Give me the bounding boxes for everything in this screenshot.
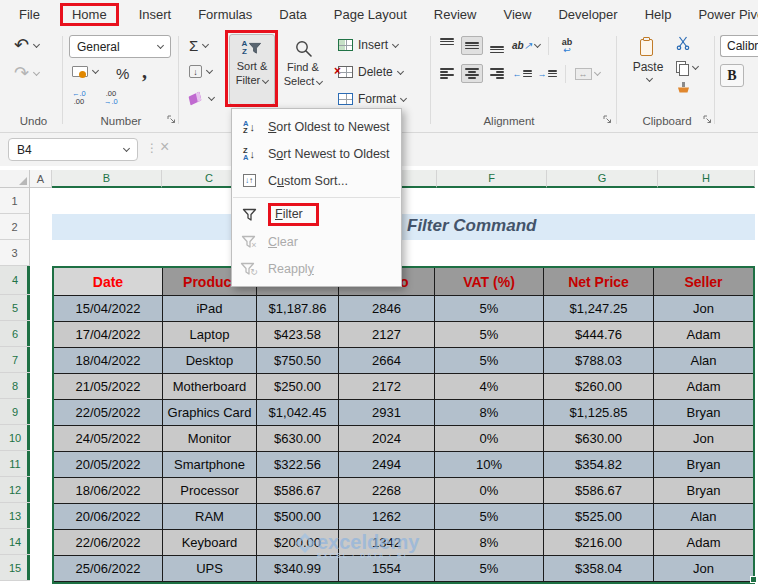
table-cell[interactable]: 1554 xyxy=(339,556,435,582)
table-cell[interactable]: Monitor xyxy=(163,426,257,452)
menu-item-sort-oldest-to-newest[interactable]: AZ↓Sort Oldest to Newest xyxy=(232,113,401,140)
row-header-7[interactable]: 7 xyxy=(0,347,30,373)
fill-handle[interactable] xyxy=(750,576,757,583)
table-cell[interactable]: $250.00 xyxy=(257,374,339,400)
table-cell[interactable]: RAM xyxy=(163,504,257,530)
table-cell[interactable]: 2172 xyxy=(339,374,435,400)
row-header-3[interactable]: 3 xyxy=(0,240,30,266)
row-header-5[interactable]: 5 xyxy=(0,295,30,321)
copy-button[interactable] xyxy=(676,61,698,74)
table-cell[interactable]: 15/04/2022 xyxy=(54,296,163,322)
table-cell[interactable]: 18/04/2022 xyxy=(54,348,163,374)
table-cell[interactable]: Adam xyxy=(654,322,753,348)
table-cell[interactable]: 22/06/2022 xyxy=(54,530,163,556)
table-cell[interactable]: $1,247.25 xyxy=(544,296,654,322)
table-cell[interactable]: $216.00 xyxy=(544,530,654,556)
tab-data[interactable]: Data xyxy=(272,4,313,25)
table-cell[interactable]: 5% xyxy=(435,296,544,322)
autosum-button[interactable]: Σ xyxy=(189,37,208,54)
row-header-11[interactable]: 11 xyxy=(0,451,30,477)
table-cell[interactable]: 18/06/2022 xyxy=(54,478,163,504)
table-cell[interactable]: $423.58 xyxy=(257,322,339,348)
table-cell[interactable]: Bryan xyxy=(654,400,753,426)
comma-style-button[interactable]: , xyxy=(142,66,147,76)
table-cell[interactable]: Adam xyxy=(654,530,753,556)
table-cell[interactable]: iPad xyxy=(163,296,257,322)
table-cell[interactable]: $586.67 xyxy=(544,478,654,504)
undo-button[interactable]: ↶ xyxy=(14,36,39,54)
table-cell[interactable]: 17/04/2022 xyxy=(54,322,163,348)
table-cell[interactable]: $322.56 xyxy=(257,452,339,478)
table-cell[interactable]: 8% xyxy=(435,400,544,426)
table-cell[interactable]: Laptop xyxy=(163,322,257,348)
table-cell[interactable]: 5% xyxy=(435,556,544,582)
table-cell[interactable]: 25/06/2022 xyxy=(54,556,163,582)
table-cell[interactable]: Smartphone xyxy=(163,452,257,478)
table-cell[interactable]: Processor xyxy=(163,478,257,504)
wrap-text-button[interactable]: ab↩ xyxy=(556,36,578,55)
tab-developer[interactable]: Developer xyxy=(551,4,624,25)
clear-button[interactable] xyxy=(189,94,214,103)
table-cell[interactable]: $444.76 xyxy=(544,322,654,348)
table-cell[interactable]: 2494 xyxy=(339,452,435,478)
redo-button[interactable]: ↷ xyxy=(14,64,39,82)
table-cell[interactable]: 2024 xyxy=(339,426,435,452)
table-cell[interactable]: 2664 xyxy=(339,348,435,374)
tab-file[interactable]: File xyxy=(12,4,47,25)
table-cell[interactable]: $260.00 xyxy=(544,374,654,400)
table-cell[interactable]: 2127 xyxy=(339,322,435,348)
table-cell[interactable]: $586.67 xyxy=(257,478,339,504)
formula-bar-handle[interactable]: ⋮ xyxy=(146,141,158,155)
menu-item-filter[interactable]: Filter xyxy=(232,201,401,228)
table-cell[interactable]: $1,042.45 xyxy=(257,400,339,426)
table-cell[interactable]: Jon xyxy=(654,556,753,582)
row-header-14[interactable]: 14 xyxy=(0,529,30,555)
row-header-13[interactable]: 13 xyxy=(0,503,30,529)
number-dialog-launcher-icon[interactable] xyxy=(167,113,176,127)
table-cell[interactable]: 20/05/2022 xyxy=(54,452,163,478)
sort-and-filter-button[interactable]: AZ Sort & Filter xyxy=(229,34,275,105)
merge-center-button[interactable]: ↔ xyxy=(573,64,601,83)
name-box[interactable]: B4 xyxy=(8,138,138,161)
delete-cells-button[interactable]: × Delete xyxy=(338,65,409,79)
column-header-f[interactable]: F xyxy=(437,170,547,188)
find-and-select-button[interactable]: Find & Select xyxy=(280,34,326,105)
table-cell[interactable]: Desktop xyxy=(163,348,257,374)
cancel-icon[interactable]: × xyxy=(160,138,169,156)
table-cell[interactable]: 4% xyxy=(435,374,544,400)
table-header-vat[interactable]: VAT (%) xyxy=(435,268,544,296)
select-all-corner[interactable] xyxy=(0,170,30,188)
tab-review[interactable]: Review xyxy=(427,4,484,25)
table-cell[interactable]: 5% xyxy=(435,504,544,530)
percent-style-button[interactable]: % xyxy=(116,65,129,82)
column-header-a[interactable]: A xyxy=(30,170,52,188)
increase-decimal-button[interactable]: .00→.0 xyxy=(104,90,118,106)
table-cell[interactable]: $525.00 xyxy=(544,504,654,530)
number-format-select[interactable]: General xyxy=(69,35,171,58)
row-header-10[interactable]: 10 xyxy=(0,425,30,451)
tab-view[interactable]: View xyxy=(496,4,538,25)
clipboard-dialog-launcher-icon[interactable] xyxy=(703,113,712,127)
table-cell[interactable]: $500.00 xyxy=(257,504,339,530)
column-header-b[interactable]: B xyxy=(52,170,162,188)
table-cell[interactable]: Adam xyxy=(654,374,753,400)
accounting-format-button[interactable] xyxy=(72,66,98,77)
table-cell[interactable]: Keyboard xyxy=(163,530,257,556)
insert-cells-button[interactable]: Insert xyxy=(338,38,404,52)
orientation-button[interactable]: ab↗ xyxy=(511,36,541,55)
table-cell[interactable]: 24/05/2022 xyxy=(54,426,163,452)
align-center-button[interactable] xyxy=(461,64,483,83)
tab-power-pivot[interactable]: Power Pivot xyxy=(691,4,758,25)
decrease-indent-button[interactable]: ← xyxy=(511,64,533,83)
align-right-button[interactable] xyxy=(486,64,508,83)
table-cell[interactable]: $200.00 xyxy=(257,530,339,556)
table-cell[interactable]: Bryan xyxy=(654,452,753,478)
table-cell[interactable]: Alan xyxy=(654,504,753,530)
table-header-net-price[interactable]: Net Price xyxy=(544,268,654,296)
bold-button[interactable]: B xyxy=(720,64,744,87)
table-cell[interactable]: 5% xyxy=(435,322,544,348)
table-header-date[interactable]: Date xyxy=(54,268,163,296)
row-header-4[interactable]: 4 xyxy=(0,266,30,295)
tab-home[interactable]: Home xyxy=(60,3,119,26)
table-cell[interactable]: 2931 xyxy=(339,400,435,426)
